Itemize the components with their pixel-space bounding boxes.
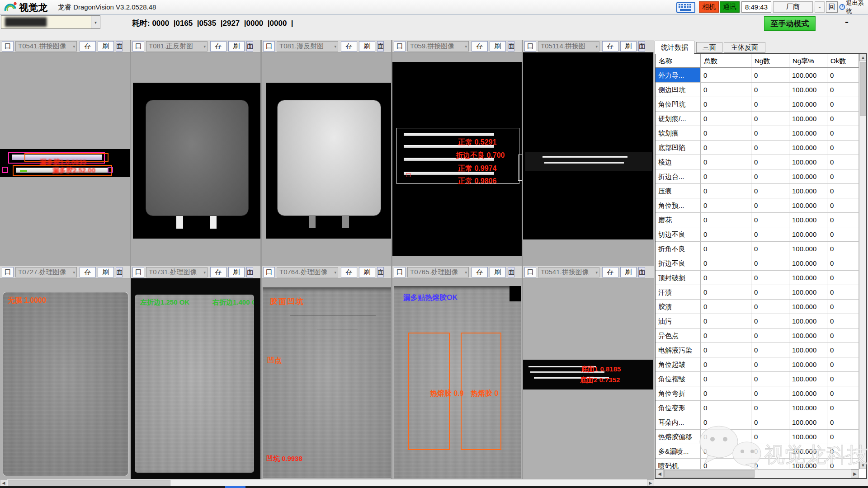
panel-window-button[interactable]: 口: [394, 267, 406, 277]
panel-save-button[interactable]: 存: [602, 41, 618, 52]
panel-window-button[interactable]: 口: [263, 267, 275, 277]
panel-partial-button[interactable]: 面: [638, 41, 645, 52]
panel-source-combobox[interactable]: T0731.处理图像▾: [146, 267, 208, 277]
column-header-ok[interactable]: Ok数: [827, 54, 859, 68]
tab-statistics[interactable]: 统计数据: [655, 41, 694, 54]
dropdown-caret-icon[interactable]: ▾: [91, 16, 100, 28]
stats-row[interactable]: 角位凹坑00100.0000: [656, 97, 859, 112]
scroll-up-icon[interactable]: ▲: [859, 54, 867, 61]
scroll-left-icon[interactable]: ◀: [656, 469, 664, 478]
stats-row[interactable]: 角位褶皱00100.0000: [656, 372, 859, 386]
stats-row[interactable]: 汗渍00100.0000: [656, 285, 859, 300]
panel-partial-button[interactable]: 面: [377, 267, 384, 277]
program-select-combobox[interactable]: █████████ ▾: [1, 15, 100, 29]
panel-source-combobox[interactable]: T0541.拼接图像▾: [538, 267, 599, 277]
stats-row[interactable]: 折角不良00100.0000: [656, 242, 859, 256]
panel-source-combobox[interactable]: T0764.处理图像▾: [277, 267, 338, 277]
scrollbar-thumb[interactable]: [860, 62, 866, 116]
scroll-right-icon[interactable]: ▶: [851, 469, 859, 478]
panel-window-button[interactable]: 口: [132, 41, 144, 52]
panel-save-button[interactable]: 存: [341, 267, 357, 277]
viewport-t0727-processed[interactable]: 无膜 1.0000: [3, 292, 128, 476]
stats-row[interactable]: 喷码机00100.0000: [656, 459, 859, 469]
stats-row[interactable]: 折边不良00100.0000: [656, 256, 859, 271]
stats-row[interactable]: 压痕00100.0000: [656, 184, 859, 198]
panel-source-combobox[interactable]: T0765.处理图像▾: [407, 267, 469, 277]
camera-status-button[interactable]: 相机: [699, 1, 719, 13]
panel-partial-button[interactable]: 面: [638, 267, 645, 277]
panel-save-button[interactable]: 存: [210, 267, 226, 277]
stats-row[interactable]: 角位弯折00100.0000: [656, 386, 859, 401]
panel-window-button[interactable]: 口: [263, 41, 275, 52]
panel-partial-button[interactable]: 面: [508, 41, 514, 52]
panel-save-button[interactable]: 存: [341, 41, 357, 52]
panel-window-button[interactable]: 口: [524, 267, 536, 277]
stats-row[interactable]: 硬划痕/...00100.0000: [656, 112, 859, 126]
panel-window-button[interactable]: 口: [2, 267, 14, 277]
viewport-t081-diffuse[interactable]: [266, 83, 394, 239]
column-header-total[interactable]: 总数: [701, 54, 751, 68]
panel-partial-button[interactable]: 面: [116, 41, 123, 52]
panel-partial-button[interactable]: 面: [508, 267, 514, 277]
panel-partial-button[interactable]: 面: [116, 267, 123, 277]
stats-row[interactable]: 耳朵内...00100.0000: [656, 415, 859, 430]
stats-row[interactable]: 侧边凹坑00100.0000: [656, 83, 859, 97]
panel-refresh-button[interactable]: 刷: [490, 41, 506, 52]
panel-refresh-button[interactable]: 刷: [98, 267, 114, 277]
viewport-t0765-processed[interactable]: 漏多贴热熔胶OK 热熔胶 0.9 热熔胶 0: [394, 286, 521, 479]
panel-source-combobox[interactable]: T05114.拼接图▾: [538, 41, 599, 52]
table-horizontal-scrollbar[interactable]: ◀ ▶: [656, 469, 859, 478]
panel-refresh-button[interactable]: 刷: [359, 267, 375, 277]
viewport-t0541-bottom[interactable]: 底面1 0.8185 底面2 0.7352: [523, 360, 653, 389]
panel-refresh-button[interactable]: 刷: [490, 267, 506, 277]
stats-row[interactable]: 热熔胶偏移00100.0000: [656, 430, 859, 444]
stats-row[interactable]: 底部凹陷00100.0000: [656, 141, 859, 155]
exit-system-button[interactable]: 退出系统: [839, 1, 868, 13]
to-manual-mode-button[interactable]: 至手动模式: [764, 16, 816, 31]
back-button[interactable]: 回: [826, 1, 838, 13]
panel-source-combobox[interactable]: T081.正反射图▾: [146, 41, 208, 52]
panel-save-button[interactable]: 存: [80, 267, 96, 277]
stats-row[interactable]: 磨花00100.0000: [656, 213, 859, 227]
scroll-down-icon[interactable]: ▼: [859, 462, 867, 469]
stats-row[interactable]: 软划痕00100.0000: [656, 126, 859, 141]
stats-row[interactable]: 多&漏喷...00100.0000: [656, 444, 859, 459]
viewport-t081-specular[interactable]: [133, 83, 261, 239]
panel-source-combobox[interactable]: T0727.处理图像▾: [15, 267, 77, 277]
panel-save-button[interactable]: 存: [80, 41, 96, 52]
stats-row[interactable]: 异色点00100.0000: [656, 328, 859, 343]
stats-row[interactable]: 角位变形00100.0000: [656, 401, 859, 415]
panel-save-button[interactable]: 存: [472, 41, 488, 52]
column-header-ngrate[interactable]: Ng率%: [789, 54, 827, 68]
panel-save-button[interactable]: 存: [602, 267, 618, 277]
column-header-name[interactable]: 名称: [656, 54, 701, 68]
dash-button[interactable]: -: [815, 1, 825, 13]
grid-horizontal-scrollbar[interactable]: ◀ ▶: [0, 479, 654, 486]
panel-refresh-button[interactable]: 刷: [359, 41, 375, 52]
panel-source-combobox[interactable]: T0541.拼接图像▾: [15, 41, 77, 52]
stats-row[interactable]: 胶渍00100.0000: [656, 300, 859, 314]
panel-source-combobox[interactable]: T059.拼接图像▾: [407, 41, 469, 52]
tab-three-sides[interactable]: 三面: [696, 42, 722, 53]
panel-refresh-button[interactable]: 刷: [228, 267, 245, 277]
vendor-button[interactable]: 厂商: [773, 1, 813, 13]
viewport-t05114-stitched[interactable]: [523, 52, 653, 239]
scroll-left-icon[interactable]: ◀: [0, 479, 7, 487]
column-header-ng[interactable]: Ng数: [751, 54, 789, 68]
panel-refresh-button[interactable]: 刷: [620, 41, 637, 52]
stats-row[interactable]: 角位预...00100.0000: [656, 198, 859, 213]
panel-partial-button[interactable]: 面: [246, 267, 253, 277]
panel-refresh-button[interactable]: 刷: [620, 267, 637, 277]
scrollbar-thumb[interactable]: [664, 470, 755, 478]
scrollbar-thumb[interactable]: [8, 480, 170, 486]
panel-window-button[interactable]: 口: [394, 41, 406, 52]
stats-row[interactable]: 外力导...00100.0000: [656, 68, 859, 83]
viewport-t0731-processed[interactable]: 左折边1.250 OK 右折边1.400 O: [131, 278, 261, 479]
panel-partial-button[interactable]: 面: [377, 41, 384, 52]
panel-window-button[interactable]: 口: [132, 267, 144, 277]
stats-row[interactable]: 油污00100.0000: [656, 314, 859, 328]
tab-body-reverse[interactable]: 主体反面: [724, 42, 765, 53]
panel-save-button[interactable]: 存: [210, 41, 226, 52]
stats-row[interactable]: 顶封破损00100.0000: [656, 271, 859, 285]
stats-row[interactable]: 棱边00100.0000: [656, 155, 859, 169]
